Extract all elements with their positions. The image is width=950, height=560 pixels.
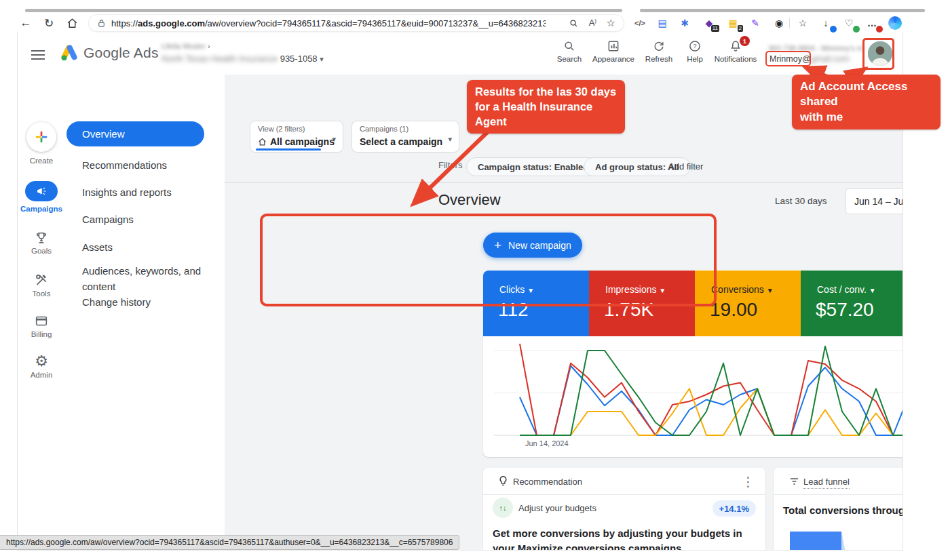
annotation-metrics-frame [260, 214, 717, 306]
lightbulb-icon [497, 475, 510, 487]
more-alert-dot [876, 26, 883, 33]
subnav-item-recommendations[interactable]: Recommendations [82, 159, 167, 171]
annotation-email-frame [765, 51, 811, 66]
status-bar-url: https://ads.google.com/aw/overview?ocid=… [0, 535, 459, 550]
date-range-picker[interactable]: Jun 14 – Jul 13, 2024▾ [846, 188, 903, 214]
favorite-star-icon[interactable]: ☆ [607, 17, 615, 29]
help-icon: ? [688, 39, 702, 53]
extension-snowflake-icon[interactable]: ✱ [676, 15, 694, 31]
health-dot [853, 26, 860, 33]
rail-goals-label: Goals [18, 247, 65, 255]
copilot-icon[interactable] [886, 15, 904, 31]
extension-notes-icon[interactable]: ▦2 [724, 15, 742, 31]
browser-toolbar: ← ↻ https://ads.google.com/aw/overview?o… [0, 12, 950, 33]
recommendation-card-header: Recommendation ⋮ [483, 468, 765, 495]
admin-gear-icon[interactable]: ⚙ [34, 354, 49, 369]
lead-funnel-heading: Total conversions through your entire le… [783, 504, 903, 516]
page-title: Overview [438, 191, 501, 209]
goals-icon[interactable] [34, 231, 49, 245]
subnav-item-insights[interactable]: Insights and reports [82, 186, 172, 198]
x-axis-start-label: Jun 14, 2024 [525, 439, 569, 447]
rail-item-campaigns[interactable] [25, 181, 58, 201]
collections-icon[interactable]: ☆ [794, 15, 812, 31]
zoom-search-icon[interactable] [569, 18, 579, 28]
filter-chip-campaign-status[interactable]: Campaign status: Enabled [466, 157, 600, 176]
extension-code-icon[interactable]: </> [631, 15, 649, 31]
budget-arrows-icon: ↑↓ [493, 498, 513, 518]
appearance-icon [607, 39, 620, 53]
refresh-icon [652, 39, 666, 53]
lead-funnel-card: Lead funnel ⋮ Total conversions through … [774, 468, 903, 551]
rail-billing-label: Billing [18, 330, 65, 338]
header-search[interactable]: Search [548, 39, 591, 63]
address-url: https://ads.google.com/aw/overview?ocid=… [111, 18, 546, 28]
browser-health-icon[interactable]: ♡ [840, 15, 858, 31]
caret-down-icon: ▾ [332, 135, 336, 144]
recommendation-kebab-icon[interactable]: ⋮ [742, 475, 755, 488]
svg-text:?: ? [693, 43, 696, 49]
subnav-item-change-history[interactable]: Change history [82, 296, 151, 308]
metric-tile-cost-per-conv[interactable]: Cost / conv. ▼ $57.20 [801, 271, 903, 336]
subnav-item-overview[interactable]: Overview [66, 121, 204, 146]
extension-shapes-icon[interactable]: ◆11 [700, 15, 718, 31]
active-filter-underline [256, 148, 321, 151]
rail-tools-label: Tools [18, 289, 65, 298]
annotation-avatar-frame [862, 38, 894, 70]
subnav-item-audiences[interactable]: Audiences, keywords, and content [82, 263, 211, 295]
back-icon[interactable]: ← [18, 15, 34, 31]
filters-label: Filters [438, 160, 462, 170]
view-filter-dropdown[interactable]: View (2 filters) All campaigns ▾ [250, 121, 343, 153]
lead-funnel-chart [790, 532, 871, 551]
subnav-item-assets[interactable]: Assets [82, 241, 113, 253]
header-appearance[interactable]: Appearance [592, 39, 635, 63]
address-bar[interactable]: https://ads.google.com/aw/overview?ocid=… [88, 14, 624, 32]
campaign-filter-dropdown[interactable]: Campaigns (1) Select a campaign ▾ [352, 121, 459, 153]
reload-icon[interactable]: ↻ [41, 15, 57, 31]
add-filter-button[interactable]: Add filter [668, 161, 703, 172]
extension-pen-icon[interactable]: ✎ [746, 15, 764, 31]
breadcrumb-account[interactable]: North Texas Health Insurance 935-1058 ▾ [162, 54, 324, 64]
funnel-icon [788, 476, 800, 487]
extension-reader-icon[interactable]: ▤ [653, 15, 671, 31]
subnav-item-campaigns[interactable]: Campaigns [82, 214, 134, 225]
lead-funnel-card-header: Lead funnel ⋮ [774, 468, 903, 495]
annotation-access-note: Ad Account Access shared with me [792, 75, 940, 129]
navigation-rail: Create Campaigns Goals Tools Billing ⚙ A… [18, 75, 65, 551]
main-menu-icon[interactable] [31, 47, 45, 62]
search-icon [563, 39, 576, 53]
section-nav: Overview Recommendations Insights and re… [65, 75, 225, 551]
recommendation-heading[interactable]: Get more conversions by adjusting your b… [493, 526, 759, 551]
downloads-icon[interactable]: ↓ [817, 15, 835, 31]
uplift-badge: +14.1% [712, 500, 756, 517]
divider [225, 182, 903, 183]
downloads-dot [830, 26, 837, 33]
billing-icon[interactable] [34, 313, 49, 328]
header-notifications[interactable]: Notifications 1 [714, 39, 757, 63]
more-menu-icon[interactable]: … [863, 15, 881, 31]
rail-campaigns-label: Campaigns [18, 205, 65, 213]
google-ads-logo [60, 43, 79, 62]
caret-down-icon: ▾ [448, 135, 452, 144]
read-aloud-icon[interactable]: A) [589, 18, 596, 28]
screenshot-root: ← ↻ https://ads.google.com/aw/overview?o… [0, 0, 950, 560]
rail-admin-label: Admin [18, 371, 65, 379]
breadcrumb-manager[interactable]: Lifelia Mosler › [162, 42, 210, 50]
megaphone-icon [35, 185, 48, 197]
notification-badge: 1 [740, 36, 750, 46]
extension-outline-icon[interactable]: ◉ [770, 15, 788, 31]
main-content: View (2 filters) All campaigns ▾ Campaig… [225, 75, 903, 551]
header-help[interactable]: ? Help [673, 39, 717, 63]
lock-icon [97, 19, 106, 28]
performance-line-chart [520, 351, 903, 435]
tools-icon[interactable] [34, 273, 49, 287]
lead-funnel-title[interactable]: Lead funnel [803, 477, 850, 489]
recommendation-item-title[interactable]: Adjust your budgets [518, 503, 596, 513]
toolbar-divider [789, 18, 790, 28]
home-icon[interactable] [64, 15, 80, 31]
recommendation-card: Recommendation ⋮ ↑↓ Adjust your budgets … [483, 468, 765, 551]
date-preset-label: Last 30 days [775, 196, 827, 206]
product-name: Google Ads [83, 45, 159, 61]
home-small-icon [258, 138, 267, 146]
create-button[interactable] [26, 122, 56, 152]
rail-create-label: Create [18, 157, 65, 165]
